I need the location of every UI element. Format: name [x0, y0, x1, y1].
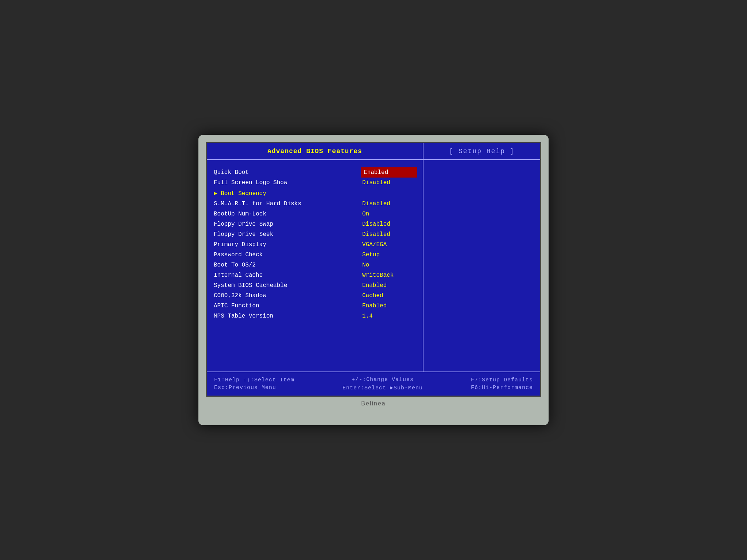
footer-key-f6: F6:Hi-Performance	[471, 385, 533, 391]
settings-row[interactable]: Floppy Drive SeekDisabled	[212, 229, 417, 240]
setting-value	[361, 188, 417, 199]
setting-name: APIC Function	[212, 301, 361, 311]
footer-key-help: F1:Help ↑↓:Select Item	[214, 377, 294, 383]
help-panel	[423, 160, 540, 372]
bios-title: Advanced BIOS Features	[207, 143, 423, 159]
monitor-frame: Advanced BIOS Features [ Setup Help ] Qu…	[198, 135, 549, 425]
setting-name: Quick Boot	[212, 167, 361, 178]
settings-panel: Quick BootEnabledFull Screen Logo ShowDi…	[207, 160, 423, 372]
settings-row[interactable]: Floppy Drive SwapDisabled	[212, 219, 417, 229]
settings-row[interactable]: System BIOS CacheableEnabled	[212, 280, 417, 291]
setting-name: Boot To OS/2	[212, 260, 361, 270]
setting-name: Primary Display	[212, 240, 361, 250]
monitor-brand: Belinea	[206, 397, 541, 407]
setting-value: Setup	[361, 250, 417, 260]
content-row: Quick BootEnabledFull Screen Logo ShowDi…	[207, 160, 540, 372]
settings-row[interactable]: APIC FunctionEnabled	[212, 301, 417, 311]
bios-container: Advanced BIOS Features [ Setup Help ] Qu…	[207, 143, 540, 396]
setting-value: Enabled	[361, 280, 417, 291]
settings-row[interactable]: Password CheckSetup	[212, 250, 417, 260]
settings-row[interactable]: BootUp Num-LockOn	[212, 209, 417, 219]
bios-screen: Advanced BIOS Features [ Setup Help ] Qu…	[206, 142, 541, 397]
setting-name: MPS Table Version	[212, 311, 361, 321]
footer-key-f7: F7:Setup Defaults	[471, 377, 533, 383]
settings-row[interactable]: Internal CacheWriteBack	[212, 270, 417, 280]
setting-value: 1.4	[361, 311, 417, 321]
setting-name: Floppy Drive Seek	[212, 229, 361, 240]
footer-key-enter: Enter:Select ▶Sub-Menu	[342, 384, 423, 391]
setup-help-label: [ Setup Help ]	[423, 143, 540, 159]
setting-name: Floppy Drive Swap	[212, 219, 361, 229]
setting-name: System BIOS Cacheable	[212, 280, 361, 291]
setting-name: ▶ Boot Sequency	[212, 188, 361, 199]
footer-right: F7:Setup Defaults F6:Hi-Performance	[471, 377, 533, 391]
setting-value: WriteBack	[361, 270, 417, 280]
setting-value: On	[361, 209, 417, 219]
setting-name: BootUp Num-Lock	[212, 209, 361, 219]
setting-name: S.M.A.R.T. for Hard Disks	[212, 199, 361, 209]
settings-row[interactable]: ▶ Boot Sequency	[212, 188, 417, 199]
setting-value: Cached	[361, 291, 417, 301]
footer-key-esc: Esc:Previous Menu	[214, 385, 294, 391]
settings-table: Quick BootEnabledFull Screen Logo ShowDi…	[212, 167, 417, 321]
settings-row[interactable]: Quick BootEnabled	[212, 167, 417, 178]
settings-row[interactable]: Boot To OS/2No	[212, 260, 417, 270]
setting-value: Enabled	[361, 167, 417, 178]
settings-row[interactable]: MPS Table Version1.4	[212, 311, 417, 321]
setting-value: VGA/EGA	[361, 240, 417, 250]
setting-value: Enabled	[361, 301, 417, 311]
header-row: Advanced BIOS Features [ Setup Help ]	[207, 143, 540, 160]
settings-row[interactable]: Primary DisplayVGA/EGA	[212, 240, 417, 250]
settings-row[interactable]: Full Screen Logo ShowDisabled	[212, 178, 417, 188]
setting-name: C000,32k Shadow	[212, 291, 361, 301]
setting-value: Disabled	[361, 219, 417, 229]
setting-value: Disabled	[361, 229, 417, 240]
settings-row[interactable]: S.M.A.R.T. for Hard DisksDisabled	[212, 199, 417, 209]
settings-row[interactable]: C000,32k ShadowCached	[212, 291, 417, 301]
setting-value: Disabled	[361, 199, 417, 209]
setting-value: Disabled	[361, 178, 417, 188]
footer-left: F1:Help ↑↓:Select Item Esc:Previous Menu	[214, 377, 294, 391]
setting-name: Internal Cache	[212, 270, 361, 280]
footer-center: +/-:Change Values Enter:Select ▶Sub-Menu	[342, 377, 423, 391]
footer-key-change: +/-:Change Values	[342, 377, 423, 383]
setting-value: No	[361, 260, 417, 270]
setting-name: Full Screen Logo Show	[212, 178, 361, 188]
footer: F1:Help ↑↓:Select Item Esc:Previous Menu…	[207, 372, 540, 396]
setting-name: Password Check	[212, 250, 361, 260]
